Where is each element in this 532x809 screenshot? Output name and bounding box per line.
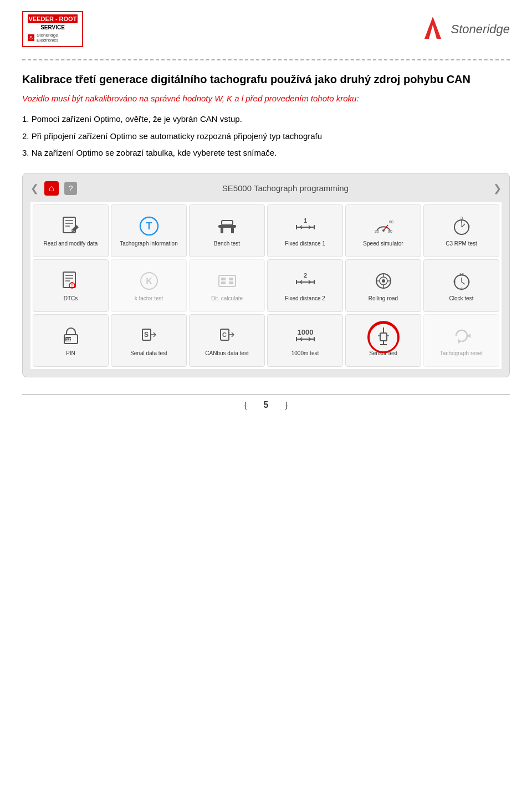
tiles-grid: Read and modify data T Tachograph inform… — [30, 202, 502, 369]
footer-divider — [22, 394, 510, 395]
tile-1000m-test-label: 1000m test — [291, 350, 319, 357]
tile-fixed-distance-2[interactable]: 2 Fixed distance 2 — [267, 259, 343, 312]
device-title: SE5000 Tachograph programming — [83, 183, 488, 193]
nav-left-arrow[interactable]: ❮ — [30, 182, 39, 194]
device-screenshot: ❮ ⌂ ? SE5000 Tachograph programming ❯ Re… — [22, 173, 510, 377]
svg-line-65 — [462, 282, 465, 284]
tile-pin-label: PIN — [66, 350, 75, 357]
svg-text:12: 12 — [459, 273, 464, 277]
tile-dit-calculate[interactable]: Dit. calculate — [189, 259, 265, 312]
svg-text:30: 30 — [375, 229, 379, 233]
tile-fixed-distance-1[interactable]: 1 Fixed distance 1 — [267, 204, 343, 257]
page-prev: { — [244, 401, 247, 409]
logo-top-text: VEEDER - ROOT — [28, 14, 78, 23]
doc-warning-icon: ! — [60, 270, 82, 292]
main-content: Kalibrace třetí generace digitálního tac… — [22, 71, 510, 160]
page-header: VEEDER - ROOT SERVICE S Stoneridge Elect… — [22, 11, 510, 54]
tile-bench-test[interactable]: Bench test — [189, 204, 265, 257]
page-next: } — [285, 401, 288, 409]
svg-rect-43 — [221, 278, 226, 280]
tile-speed-simulator[interactable]: 30 60 90 Speed simulator — [345, 204, 421, 257]
k-factor-icon: K — [138, 270, 160, 292]
sensor-icon — [372, 325, 395, 347]
tile-canbus-data-test-label: CANbus data test — [205, 350, 248, 357]
tile-tachograph-reset-label: Tachograph reset — [440, 350, 483, 357]
footer-pagination: { 5 } — [22, 400, 510, 410]
svg-text:S: S — [144, 331, 148, 339]
tile-read-modify-label: Read and modify data — [44, 240, 98, 247]
logo-bottom-text: Stoneridge Electronics — [37, 33, 78, 43]
speedometer-icon: 30 60 90 — [372, 215, 395, 237]
svg-rect-12 — [231, 228, 234, 233]
nav-right-arrow[interactable]: ❯ — [493, 182, 502, 194]
tile-fixed-distance-1-label: Fixed distance 1 — [285, 240, 325, 247]
stoneridge-icon — [419, 14, 447, 45]
tile-bench-test-label: Bench test — [214, 240, 240, 247]
tile-tachograph-reset[interactable]: Tachograph reset — [423, 314, 499, 367]
bench-icon — [216, 215, 238, 237]
tile-serial-data-test-label: Serial data test — [130, 350, 167, 357]
serial-icon: S — [138, 325, 160, 347]
step-3: 3. Na zařízení Optimo se zobrazí tabulka… — [22, 147, 510, 160]
clock-rpm-icon: 3 4 — [451, 215, 473, 237]
tile-1000m-test[interactable]: 1000 1000m test — [267, 314, 343, 367]
tile-read-modify[interactable]: Read and modify data — [33, 204, 109, 257]
veeder-root-logo: VEEDER - ROOT SERVICE S Stoneridge Elect… — [22, 11, 83, 47]
tile-rolling-road-label: Rolling road — [369, 295, 398, 302]
doc-edit-icon — [60, 215, 82, 237]
svg-text:T: T — [146, 221, 152, 232]
page-number: 5 — [264, 400, 269, 410]
distance-1-icon: 1 — [294, 215, 316, 237]
tile-tachograph-info[interactable]: T Tachograph information — [111, 204, 187, 257]
stoneridge-logo: Stoneridge — [419, 14, 510, 45]
1000m-icon: 1000 — [294, 325, 316, 347]
tile-clock-test-label: Clock test — [449, 295, 474, 302]
tile-rolling-road[interactable]: Rolling road — [345, 259, 421, 312]
svg-text:1234: 1234 — [66, 337, 75, 341]
tile-canbus-data-test[interactable]: C CANbus data test — [189, 314, 265, 367]
subtitle: Vozidlo musí být nakalibrováno na správn… — [22, 93, 510, 104]
svg-rect-11 — [221, 228, 223, 233]
logo-bottom-row: S Stoneridge Electronics — [28, 32, 78, 44]
page-title: Kalibrace třetí generace digitálního tac… — [22, 71, 510, 87]
tile-clock-test[interactable]: 12 3 6 9 Clock test — [423, 259, 499, 312]
svg-text:1: 1 — [303, 217, 306, 224]
tile-k-factor-test[interactable]: K k factor test — [111, 259, 187, 312]
svg-text:4: 4 — [467, 224, 470, 229]
stoneridge-name: Stoneridge — [451, 22, 510, 37]
svg-line-30 — [462, 224, 465, 227]
svg-text:C: C — [222, 331, 227, 338]
tile-serial-data-test[interactable]: S Serial data test — [111, 314, 187, 367]
svg-rect-42 — [219, 275, 236, 286]
tile-c3-rpm-test-label: C3 RPM test — [446, 240, 477, 247]
svg-rect-44 — [229, 278, 233, 280]
svg-text:60: 60 — [389, 220, 393, 224]
tile-tachograph-info-label: Tachograph information — [120, 240, 178, 247]
logo-middle-text: SERVICE — [28, 23, 78, 32]
tile-sensor-test-label: Sensor test — [369, 350, 397, 357]
svg-rect-92 — [380, 333, 387, 341]
tile-dtcs[interactable]: ! DTCs — [33, 259, 109, 312]
logo-icon-block: S — [28, 34, 34, 41]
svg-point-58 — [382, 279, 385, 283]
svg-text:1000: 1000 — [297, 328, 313, 336]
pin-icon: 1234 — [60, 325, 82, 347]
tile-c3-rpm-test[interactable]: 3 4 C3 RPM test — [423, 204, 499, 257]
tile-dtcs-label: DTCs — [64, 295, 78, 302]
svg-point-27 — [382, 229, 385, 232]
svg-text:3: 3 — [460, 216, 463, 221]
svg-rect-45 — [221, 281, 226, 284]
tile-sensor-test[interactable]: Sensor test — [345, 314, 421, 367]
svg-text:6: 6 — [461, 287, 463, 291]
svg-text:3: 3 — [468, 280, 470, 284]
step-2: 2. Při připojení zařízení Optimo se auto… — [22, 130, 510, 143]
home-button[interactable]: ⌂ — [44, 181, 59, 196]
svg-text:90: 90 — [388, 229, 392, 233]
header-divider — [22, 59, 510, 60]
help-button[interactable]: ? — [64, 182, 78, 195]
reset-icon — [451, 325, 473, 347]
rolling-road-icon — [372, 270, 395, 292]
tile-pin[interactable]: 1234 PIN — [33, 314, 109, 367]
svg-marker-97 — [458, 339, 462, 344]
svg-text:9: 9 — [453, 280, 456, 284]
